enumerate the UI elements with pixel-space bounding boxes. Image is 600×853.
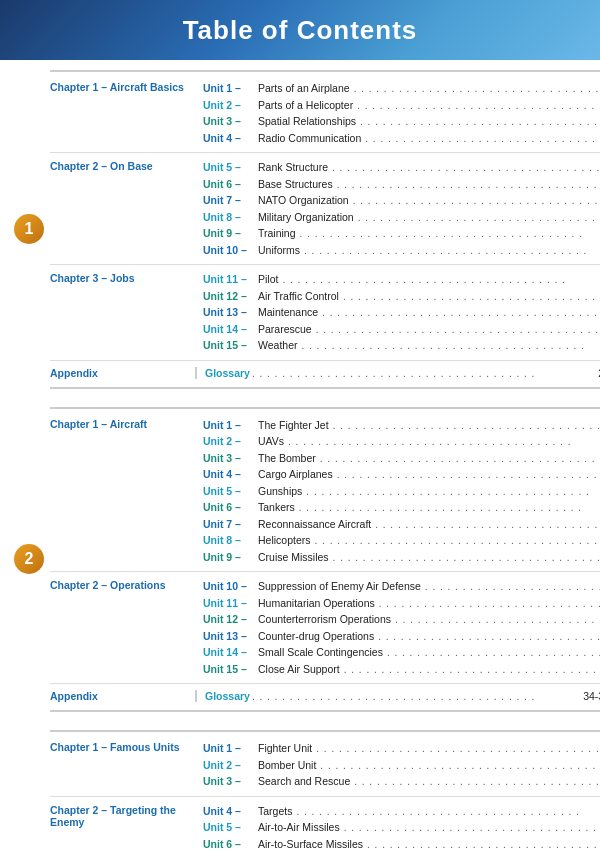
appendix-label: Appendix (50, 367, 195, 379)
chapter-label-3-2: Chapter 2 – Targeting the Enemy (50, 803, 195, 828)
chapter-group-3-2: Chapter 2 – Targeting the EnemyUnit 4 – … (50, 803, 600, 854)
unit-dots: . . . . . . . . . . . . . . . . . . . . … (286, 434, 600, 450)
appendix-unit: Glossary . . . . . . . . . . . . . . . .… (205, 367, 600, 379)
unit-row: Unit 14 – Pararescue . . . . . . . . . .… (203, 321, 600, 338)
chapter-group-2-1: Chapter 1 – AircraftUnit 1 – The Fighter… (50, 417, 600, 566)
unit-title: Reconnaissance Aircraft (258, 516, 371, 532)
chapter-label-1-3: Chapter 3 – Jobs (50, 271, 195, 284)
appendix-row: AppendixGlossary . . . . . . . . . . . .… (50, 367, 600, 379)
unit-title: Suppression of Enemy Air Defense (258, 578, 421, 594)
unit-number: Unit 4 – (203, 130, 258, 146)
unit-dots: . . . . . . . . . . . . . . . . . . . . … (393, 612, 600, 628)
appendix-row: AppendixGlossary . . . . . . . . . . . .… (50, 690, 600, 702)
unit-number: Unit 1 – (203, 417, 258, 433)
section-content-3: Chapter 1 – Famous UnitsUnit 1 – Fighter… (50, 730, 600, 853)
unit-title: Search and Rescue (258, 773, 350, 789)
unit-title: Uniforms (258, 242, 300, 258)
section-3: 3Chapter 1 – Famous UnitsUnit 1 – Fighte… (20, 730, 580, 853)
unit-row: Unit 11 – Pilot . . . . . . . . . . . . … (203, 271, 600, 288)
unit-title: Pilot (258, 271, 278, 287)
unit-number: Unit 10 – (203, 242, 258, 258)
unit-dots: . . . . . . . . . . . . . . . . . . . . … (351, 193, 600, 209)
appendix-divider (195, 690, 197, 702)
unit-row: Unit 7 – NATO Organization . . . . . . .… (203, 192, 600, 209)
unit-number: Unit 14 – (203, 644, 258, 660)
unit-row: Unit 10 – Uniforms . . . . . . . . . . .… (203, 242, 600, 259)
unit-number: Unit 7 – (203, 192, 258, 208)
unit-row: Unit 12 – Air Traffic Control . . . . . … (203, 288, 600, 305)
units-list-3-2: Unit 4 – Targets . . . . . . . . . . . .… (203, 803, 600, 854)
appendix-separator (50, 360, 600, 361)
units-list-1-2: Unit 5 – Rank Structure . . . . . . . . … (203, 159, 600, 258)
unit-title: Gunships (258, 483, 302, 499)
chapter-label-3-1: Chapter 1 – Famous Units (50, 740, 195, 753)
unit-dots: . . . . . . . . . . . . . . . . . . . . … (313, 533, 600, 549)
unit-dots: . . . . . . . . . . . . . . . . . . . . … (355, 98, 600, 114)
unit-title: Cargo Airplanes (258, 466, 333, 482)
unit-title: Parts of an Airplane (258, 80, 350, 96)
unit-number: Unit 5 – (203, 819, 258, 835)
unit-row: Unit 3 – Search and Rescue . . . . . . .… (203, 773, 600, 790)
chapter-group-1-2: Chapter 2 – On BaseUnit 5 – Rank Structu… (50, 159, 600, 258)
unit-number: Unit 6 – (203, 176, 258, 192)
unit-row: Unit 9 – Training . . . . . . . . . . . … (203, 225, 600, 242)
chapter-group-3-1: Chapter 1 – Famous UnitsUnit 1 – Fighter… (50, 740, 600, 790)
unit-dots: . . . . . . . . . . . . . . . . . . . . … (363, 131, 600, 147)
units-list-2-1: Unit 1 – The Fighter Jet . . . . . . . .… (203, 417, 600, 566)
unit-number: Unit 15 – (203, 337, 258, 353)
unit-dots: . . . . . . . . . . . . . . . . . . . . … (304, 484, 600, 500)
unit-title: NATO Organization (258, 192, 349, 208)
unit-title: Fighter Unit (258, 740, 312, 756)
chapter-group-1-3: Chapter 3 – JobsUnit 11 – Pilot . . . . … (50, 271, 600, 354)
unit-row: Unit 1 – The Fighter Jet . . . . . . . .… (203, 417, 600, 434)
section-content-1: Chapter 1 – Aircraft BasicsUnit 1 – Part… (50, 70, 600, 389)
unit-number: Unit 5 – (203, 483, 258, 499)
chapter-group-1-1: Chapter 1 – Aircraft BasicsUnit 1 – Part… (50, 80, 600, 146)
unit-row: Unit 5 – Air-to-Air Missiles . . . . . .… (203, 819, 600, 836)
chapter-separator (50, 796, 600, 797)
unit-number: Unit 15 – (203, 661, 258, 677)
unit-dots: . . . . . . . . . . . . . . . . . . . . … (423, 579, 600, 595)
unit-dots: . . . . . . . . . . . . . . . . . . . . … (352, 774, 600, 790)
unit-title: Bomber Unit (258, 757, 316, 773)
unit-number: Unit 4 – (203, 466, 258, 482)
appendix-separator (50, 683, 600, 684)
glossary-label: Glossary (205, 690, 250, 702)
unit-number: Unit 13 – (203, 304, 258, 320)
chapter-label-2-2: Chapter 2 – Operations (50, 578, 195, 591)
units-list-1-3: Unit 11 – Pilot . . . . . . . . . . . . … (203, 271, 600, 354)
unit-title: Targets (258, 803, 292, 819)
unit-row: Unit 2 – Bomber Unit . . . . . . . . . .… (203, 757, 600, 774)
section-content-2: Chapter 1 – AircraftUnit 1 – The Fighter… (50, 407, 600, 713)
chapter-group-2-2: Chapter 2 – OperationsUnit 10 – Suppress… (50, 578, 600, 677)
unit-dots: . . . . . . . . . . . . . . . . . . . . … (358, 114, 600, 130)
unit-title: Counter-drug Operations (258, 628, 374, 644)
unit-dots: . . . . . . . . . . . . . . . . . . . . … (365, 837, 600, 853)
unit-title: Air Traffic Control (258, 288, 339, 304)
unit-dots: . . . . . . . . . . . . . . . . . . . . … (356, 210, 600, 226)
unit-number: Unit 1 – (203, 740, 258, 756)
unit-row: Unit 7 – Reconnaissance Aircraft . . . .… (203, 516, 600, 533)
appendix-divider (195, 367, 197, 379)
unit-dots: . . . . . . . . . . . . . . . . . . . . … (373, 517, 600, 533)
appendix-label: Appendix (50, 690, 195, 702)
unit-dots: . . . . . . . . . . . . . . . . . . . . … (320, 305, 600, 321)
unit-row: Unit 11 – Humanitarian Operations . . . … (203, 595, 600, 612)
glossary-label: Glossary (205, 367, 250, 379)
unit-number: Unit 13 – (203, 628, 258, 644)
unit-row: Unit 8 – Helicopters . . . . . . . . . .… (203, 532, 600, 549)
unit-number: Unit 11 – (203, 271, 258, 287)
unit-number: Unit 3 – (203, 113, 258, 129)
unit-row: Unit 2 – UAVs . . . . . . . . . . . . . … (203, 433, 600, 450)
section-1: 1Chapter 1 – Aircraft BasicsUnit 1 – Par… (20, 70, 580, 389)
unit-row: Unit 5 – Gunships . . . . . . . . . . . … (203, 483, 600, 500)
page-title: Table of Contents (183, 15, 418, 46)
unit-dots: . . . . . . . . . . . . . . . . . . . . … (331, 550, 600, 566)
unit-title: The Bomber (258, 450, 316, 466)
unit-dots: . . . . . . . . . . . . . . . . . . . . … (297, 500, 600, 516)
unit-title: Close Air Support (258, 661, 340, 677)
unit-title: Humanitarian Operations (258, 595, 375, 611)
appendix-dots: . . . . . . . . . . . . . . . . . . . . … (250, 368, 580, 379)
unit-row: Unit 14 – Small Scale Contingencies . . … (203, 644, 600, 661)
unit-dots: . . . . . . . . . . . . . . . . . . . . … (331, 418, 600, 434)
